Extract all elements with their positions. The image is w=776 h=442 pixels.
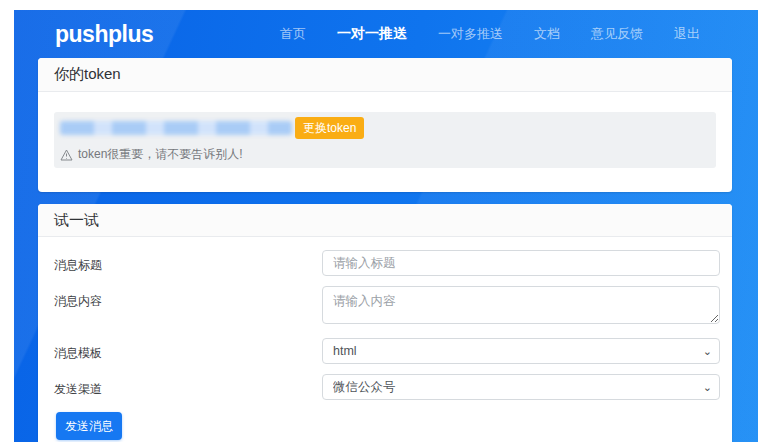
nav-item-one-to-one-push[interactable]: 一对一推送 xyxy=(337,25,407,43)
token-warning-row: token很重要，请不要告诉别人! xyxy=(60,146,708,163)
form-row-message-template: 消息模板 html ⌄ xyxy=(54,338,720,364)
message-template-label: 消息模板 xyxy=(54,338,322,364)
nav-item-feedback[interactable]: 意见反馈 xyxy=(591,25,643,43)
token-card: 你的token 更换token xyxy=(38,58,732,192)
token-row: 更换token xyxy=(60,117,708,139)
token-value-redacted xyxy=(60,121,292,135)
message-title-wrap xyxy=(322,250,720,276)
top-navigation-bar: pushplus 首页 一对一推送 一对多推送 文档 意见反馈 退出 xyxy=(14,10,758,58)
message-template-select[interactable]: html xyxy=(322,338,720,364)
form-row-message-content: 消息内容 xyxy=(54,286,720,328)
token-box: 更换token token很重要，请不要告诉别人! xyxy=(54,112,716,168)
page-content: 你的token 更换token xyxy=(14,58,758,442)
nav-item-logout[interactable]: 退出 xyxy=(674,25,700,43)
app-background: pushplus 首页 一对一推送 一对多推送 文档 意见反馈 退出 你的tok… xyxy=(14,10,758,442)
message-content-textarea[interactable] xyxy=(322,286,720,324)
message-content-wrap xyxy=(322,286,720,328)
nav-item-home[interactable]: 首页 xyxy=(280,25,306,43)
change-token-button[interactable]: 更换token xyxy=(295,117,364,139)
nav-item-one-to-many-push[interactable]: 一对多推送 xyxy=(438,25,503,43)
try-card: 试一试 消息标题 消息内容 消息模板 xyxy=(38,204,732,442)
token-card-body: 更换token token很重要，请不要告诉别人! xyxy=(38,92,732,192)
send-channel-select[interactable]: 微信公众号 xyxy=(322,374,720,400)
message-title-label: 消息标题 xyxy=(54,250,322,276)
message-template-wrap: html ⌄ xyxy=(322,338,720,364)
send-channel-wrap: 微信公众号 ⌄ xyxy=(322,374,720,400)
message-title-input[interactable] xyxy=(322,250,720,276)
token-card-header: 你的token xyxy=(38,58,732,92)
send-channel-label: 发送渠道 xyxy=(54,374,322,400)
message-content-label: 消息内容 xyxy=(54,286,322,328)
token-card-title: 你的token xyxy=(54,65,121,82)
form-row-send-channel: 发送渠道 微信公众号 ⌄ xyxy=(54,374,720,400)
brand-logo[interactable]: pushplus xyxy=(55,21,153,48)
token-warning-text: token很重要，请不要告诉别人! xyxy=(78,146,243,163)
try-card-header: 试一试 xyxy=(38,204,732,237)
warning-triangle-icon xyxy=(60,149,73,161)
try-card-body: 消息标题 消息内容 消息模板 html xyxy=(38,237,732,442)
try-card-title: 试一试 xyxy=(54,211,99,228)
nav-item-docs[interactable]: 文档 xyxy=(534,25,560,43)
send-message-button[interactable]: 发送消息 xyxy=(56,412,122,440)
form-row-message-title: 消息标题 xyxy=(54,250,720,276)
main-nav: 首页 一对一推送 一对多推送 文档 意见反馈 退出 xyxy=(280,25,758,43)
